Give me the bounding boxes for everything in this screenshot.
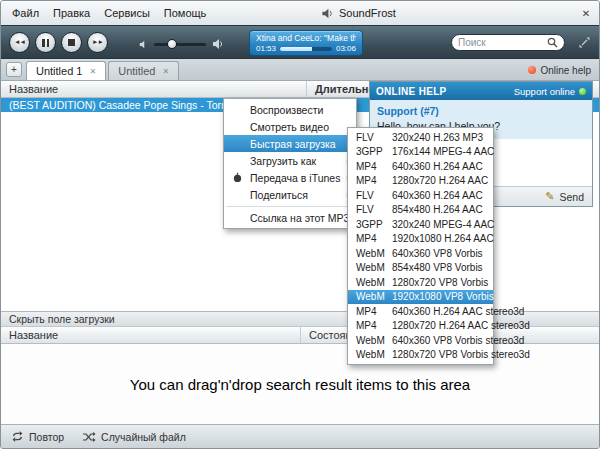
close-icon[interactable]: ✕ xyxy=(578,5,594,21)
search-icon[interactable] xyxy=(547,37,558,48)
format-menu-item[interactable]: MP4 640x360 H.264 AAC xyxy=(348,159,493,174)
add-tab-button[interactable]: + xyxy=(6,62,22,77)
now-playing-display: Xtina and CeeLo: "Make the World" 01:53 … xyxy=(249,30,363,56)
format-details-label: 1920x1080 H.264 AAC xyxy=(392,233,494,244)
format-menu-item[interactable]: MP4 1280x720 H.264 AAC stereo3d xyxy=(348,319,493,334)
context-menu-item[interactable]: Смотреть видео ▸ xyxy=(224,118,356,135)
stop-icon xyxy=(68,39,75,46)
shuffle-icon xyxy=(82,432,96,442)
previous-button[interactable]: ◄◄ xyxy=(9,32,30,53)
next-icon: ►► xyxy=(92,39,103,46)
shuffle-label: Случайный файл xyxy=(101,431,186,443)
apple-icon xyxy=(232,172,243,183)
seek-bar[interactable] xyxy=(280,47,332,51)
menu-item[interactable]: Помощь xyxy=(157,7,214,19)
write-hand-icon: ✎ xyxy=(545,190,554,203)
help-panel-header: ONLINE HELP Support online xyxy=(370,82,592,100)
search-box xyxy=(451,34,565,51)
format-details-label: 640x360 VP8 Vorbis stereo3d xyxy=(392,335,524,346)
online-help-label: Online help xyxy=(540,65,591,76)
volume-slider[interactable] xyxy=(154,43,206,46)
column-header-name[interactable]: Название xyxy=(1,81,307,97)
format-menu-item[interactable]: MP4 1280x720 H.264 AAC xyxy=(348,174,493,189)
format-menu-item[interactable]: 3GPP 320x240 MPEG-4 AAC xyxy=(348,217,493,232)
support-status-label: Support online xyxy=(514,86,575,97)
context-menu-item-label: Воспроизвести xyxy=(250,104,323,116)
context-menu-item[interactable]: Быстрая загрузка ▸ xyxy=(224,135,356,152)
format-container-label: MP4 xyxy=(356,175,392,186)
pause-button[interactable] xyxy=(35,32,56,53)
context-menu-item-label: Поделиться xyxy=(250,189,308,201)
column-header-dl-name[interactable]: Название xyxy=(1,327,301,343)
previous-icon: ◄◄ xyxy=(14,39,25,46)
repeat-toggle[interactable]: Повтор xyxy=(11,431,64,443)
volume-thumb[interactable] xyxy=(167,39,177,49)
tab-close-icon[interactable]: ✕ xyxy=(89,67,96,76)
tab-close-icon[interactable]: ✕ xyxy=(162,67,169,76)
volume-control xyxy=(139,38,224,50)
format-details-label: 320x240 MPEG-4 AAC xyxy=(392,219,494,230)
format-container-label: WebM xyxy=(356,248,392,259)
format-menu-item[interactable]: FLV 854x480 H.264 AAC xyxy=(348,203,493,218)
title-bar: Файл Правка Сервисы Помощь SoundFrost ✕ xyxy=(1,1,599,25)
context-menu-item-label: Загрузить как xyxy=(250,155,316,167)
support-status: Support online xyxy=(514,86,586,97)
menu-bar: Файл Правка Сервисы Помощь xyxy=(1,1,213,25)
app-title-label: SoundFrost xyxy=(339,7,396,19)
format-container-label: 3GPP xyxy=(356,146,392,157)
format-menu-item[interactable]: WebM 854x480 VP8 Vorbis xyxy=(348,261,493,276)
format-details-label: 1280x720 H.264 AAC xyxy=(392,175,488,186)
transport-controls: ◄◄ ►► xyxy=(9,32,108,53)
context-menu-item-label: Передача в iTunes xyxy=(250,172,340,184)
menu-item[interactable]: Файл xyxy=(5,7,46,19)
search-input[interactable] xyxy=(458,37,543,48)
player-bar: ◄◄ ►► Xtina and CeeLo: "Make the World" … xyxy=(1,25,599,59)
format-container-label: MP4 xyxy=(356,161,392,172)
format-container-label: WebM xyxy=(356,335,392,346)
tab-bar: + Untitled 1 ✕ Untitled ✕ Online help xyxy=(1,59,599,81)
context-menu-item-label: Смотреть видео xyxy=(250,121,329,133)
format-submenu: FLV 320x240 H.263 MP3 3GPP 176x144 MPEG-… xyxy=(347,127,494,365)
format-details-label: 1280x720 H.264 AAC stereo3d xyxy=(392,320,530,331)
tab[interactable]: Untitled ✕ xyxy=(108,61,179,80)
stop-button[interactable] xyxy=(61,32,82,53)
resize-window-icon[interactable] xyxy=(578,36,591,49)
menu-item[interactable]: Правка xyxy=(46,7,97,19)
format-menu-item[interactable]: FLV 640x360 H.264 AAC xyxy=(348,188,493,203)
speaker-icon xyxy=(321,7,334,20)
shuffle-toggle[interactable]: Случайный файл xyxy=(82,431,186,443)
format-menu-item[interactable]: WebM 640x360 VP8 Vorbis stereo3d xyxy=(348,333,493,348)
format-menu-item[interactable]: WebM 1920x1080 VP8 Vorbis xyxy=(348,290,493,305)
context-menu-item[interactable]: Передача в iTunes ▸ xyxy=(224,169,356,186)
format-details-label: 1280x720 VP8 Vorbis stereo3d xyxy=(392,349,530,360)
online-help-link[interactable]: Online help xyxy=(528,59,591,81)
format-menu-item[interactable]: 3GPP 176x144 MPEG-4 AAC xyxy=(348,145,493,160)
volume-low-icon xyxy=(139,40,148,49)
seek-fill xyxy=(280,47,312,51)
tab-label: Untitled xyxy=(118,65,155,77)
format-menu-item[interactable]: WebM 640x360 VP8 Vorbis xyxy=(348,246,493,261)
tab[interactable]: Untitled 1 ✕ xyxy=(26,61,106,80)
next-button[interactable]: ►► xyxy=(87,32,108,53)
context-menu-item[interactable]: Воспроизвести ▸ xyxy=(224,101,356,118)
repeat-icon xyxy=(11,431,24,442)
format-details-label: 640x360 H.264 AAC xyxy=(392,190,483,201)
format-menu-item[interactable]: MP4 640x360 H.264 AAC stereo3d xyxy=(348,304,493,319)
status-bar: Повтор Случайный файл xyxy=(1,424,599,448)
format-container-label: MP4 xyxy=(356,233,392,244)
context-menu-item[interactable]: Загрузить как ▸ xyxy=(224,152,356,169)
context-menu-item[interactable]: Ссылка на этот MP3 файл ▸ xyxy=(224,209,356,226)
app-window: Файл Правка Сервисы Помощь SoundFrost ✕ … xyxy=(0,0,600,449)
format-container-label: WebM xyxy=(356,291,392,302)
context-menu-item[interactable]: Поделиться ▸ xyxy=(224,186,356,203)
track-title: Xtina and CeeLo: "Make the World" xyxy=(256,33,356,43)
help-panel-title: ONLINE HELP xyxy=(376,86,514,97)
menu-item[interactable]: Сервисы xyxy=(97,7,157,19)
format-details-label: 1920x1080 VP8 Vorbis xyxy=(392,291,494,302)
send-button[interactable]: Send xyxy=(559,191,584,203)
format-details-label: 854x480 VP8 Vorbis xyxy=(392,262,483,273)
format-menu-item[interactable]: WebM 1280x720 VP8 Vorbis stereo3d xyxy=(348,348,493,363)
format-menu-item[interactable]: FLV 320x240 H.263 MP3 xyxy=(348,130,493,145)
format-menu-item[interactable]: WebM 1280x720 VP8 Vorbis xyxy=(348,275,493,290)
format-menu-item[interactable]: MP4 1920x1080 H.264 AAC xyxy=(348,232,493,247)
